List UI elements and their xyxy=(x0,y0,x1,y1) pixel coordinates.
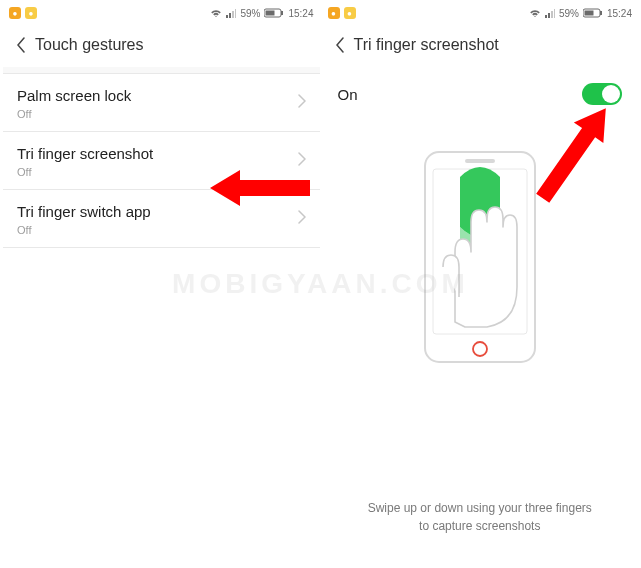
item-tri-finger-switch-app[interactable]: Tri finger switch app Off xyxy=(3,190,320,247)
status-bar: ● ● 59% 15:24 xyxy=(322,3,639,23)
battery-icon xyxy=(583,8,603,18)
svg-rect-12 xyxy=(584,11,593,16)
svg-rect-3 xyxy=(235,9,236,18)
list-item-subtitle: Off xyxy=(17,224,308,236)
svg-rect-0 xyxy=(226,15,228,18)
toggle-switch[interactable] xyxy=(582,83,622,105)
wifi-icon xyxy=(210,8,222,18)
chevron-right-icon xyxy=(298,152,306,170)
item-tri-finger-screenshot[interactable]: Tri finger screenshot Off xyxy=(3,132,320,190)
svg-rect-9 xyxy=(551,11,553,18)
list-item-subtitle: Off xyxy=(17,166,308,178)
toggle-row: On xyxy=(322,67,639,117)
svg-rect-6 xyxy=(281,11,283,15)
notification-badge-icon: ● xyxy=(9,7,21,19)
svg-rect-16 xyxy=(465,159,495,163)
notification-badge-icon: ● xyxy=(25,7,37,19)
battery-percent: 59% xyxy=(240,8,260,19)
notification-badge-icon: ● xyxy=(344,7,356,19)
list-item-title: Tri finger screenshot xyxy=(17,145,308,162)
clock: 15:24 xyxy=(607,8,632,19)
svg-rect-10 xyxy=(554,9,555,18)
battery-percent: 59% xyxy=(559,8,579,19)
back-icon[interactable] xyxy=(13,37,29,53)
back-icon[interactable] xyxy=(332,37,348,53)
list-item-title: Palm screen lock xyxy=(17,87,308,104)
wifi-icon xyxy=(529,8,541,18)
toggle-label: On xyxy=(338,86,358,103)
panel-touch-gestures: ● ● 59% 15:24 Touch gestures xyxy=(3,3,320,565)
gesture-illustration xyxy=(322,147,639,377)
header: Tri finger screenshot xyxy=(322,23,639,67)
svg-rect-2 xyxy=(232,11,234,18)
battery-icon xyxy=(264,8,284,18)
page-title: Touch gestures xyxy=(35,36,144,54)
signal-icon xyxy=(545,8,555,18)
chevron-right-icon xyxy=(298,210,306,228)
svg-rect-13 xyxy=(600,11,602,15)
svg-rect-7 xyxy=(545,15,547,18)
hint-text: Swipe up or down using your three finger… xyxy=(322,499,639,535)
item-palm-screen-lock[interactable]: Palm screen lock Off xyxy=(3,74,320,132)
list-item-title: Tri finger switch app xyxy=(17,203,308,220)
header: Touch gestures xyxy=(3,23,320,67)
signal-icon xyxy=(226,8,236,18)
chevron-right-icon xyxy=(298,94,306,112)
clock: 15:24 xyxy=(288,8,313,19)
notification-badge-icon: ● xyxy=(328,7,340,19)
svg-rect-8 xyxy=(548,13,550,18)
panel-tri-finger-screenshot: ● ● 59% 15:24 Tri finger scr xyxy=(320,3,639,565)
settings-list: Palm screen lock Off Tri finger screensh… xyxy=(3,73,320,248)
page-title: Tri finger screenshot xyxy=(354,36,499,54)
svg-rect-1 xyxy=(229,13,231,18)
svg-rect-5 xyxy=(266,11,275,16)
list-item-subtitle: Off xyxy=(17,108,308,120)
status-bar: ● ● 59% 15:24 xyxy=(3,3,320,23)
